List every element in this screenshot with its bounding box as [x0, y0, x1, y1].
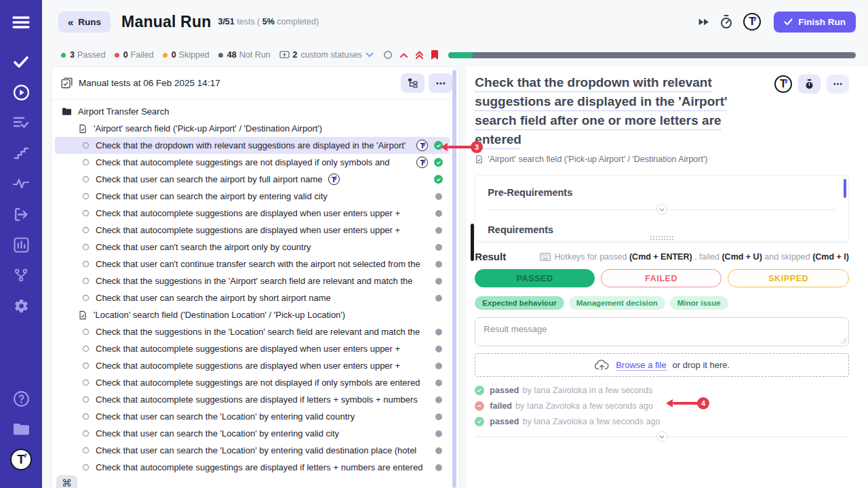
tree-scrollbar[interactable] [452, 70, 456, 488]
drag-handle[interactable] [650, 235, 674, 240]
test-bullet-icon [82, 430, 90, 437]
test-bullet-icon [82, 142, 90, 149]
tree-header: Manual tests at 06 Feb 2025 14:17 [52, 67, 459, 100]
finish-run-label: Finish Run [798, 17, 846, 27]
description-scrollbar[interactable] [844, 179, 846, 198]
result-heading: Result [475, 251, 506, 262]
result-tag[interactable]: Expected behaviour [475, 296, 564, 310]
browse-file-link[interactable]: Browse a file [616, 360, 666, 371]
tree-item-label: Check that autocomplete suggestions are … [96, 208, 400, 218]
description-card: Pre-Requirements Requirements [475, 175, 849, 242]
app-root: T « Runs Manual Run 3/51 tests ( 5% comp… [0, 0, 868, 488]
status-notrun-icon [435, 227, 442, 234]
tree-item-label: Check that autocomplete suggestions are … [96, 344, 400, 354]
custom-statuses-toggle[interactable]: 2 custom statuses [279, 50, 374, 60]
tree-item-label: Check that autocomplete suggestions are … [96, 394, 418, 405]
arrow-head-icon [441, 143, 448, 151]
tree-item-test[interactable]: Check that autocomplete suggestions are … [55, 205, 450, 222]
tree-item-test[interactable]: Check that autocomplete suggestions are … [55, 357, 450, 374]
play-circle-icon[interactable] [9, 81, 33, 104]
tree-item-doc[interactable]: 'Airport' search field ('Pick-up Airport… [55, 120, 450, 137]
test-more-button[interactable] [827, 75, 849, 94]
check-icon[interactable] [9, 50, 33, 73]
tree-item-test[interactable]: Check that autocomplete suggestions are … [55, 222, 450, 239]
fast-forward-icon[interactable] [698, 18, 709, 26]
tree-view-button[interactable] [401, 73, 425, 93]
steps-icon[interactable] [9, 142, 33, 165]
status-notrun-icon [435, 464, 442, 471]
resize-grip-icon[interactable] [841, 338, 847, 344]
back-to-runs-button[interactable]: « Runs [58, 12, 111, 33]
tree-item-test[interactable]: Check that autocomplete suggestings are … [55, 154, 450, 171]
tree-item-test[interactable]: Check that user can't search the airport… [55, 239, 450, 256]
tree-item-test[interactable]: Check that autocomplete suggestions are … [55, 391, 450, 408]
tree-more-button[interactable] [429, 73, 452, 93]
file-drop-zone[interactable]: Browse a file or drop it here. [475, 353, 849, 377]
analytics-icon[interactable] [9, 233, 33, 256]
history-entry: passedby Iana Zavoloka in a few seconds [475, 386, 849, 395]
suite-file-icon [78, 124, 87, 134]
breadcrumb[interactable]: 'Airport' search field ('Pick-up Airport… [475, 155, 849, 164]
tree-item-folder[interactable]: Airport Transfer Search [55, 103, 450, 120]
section-collapse-toggle[interactable] [656, 204, 667, 215]
projects-folder-icon[interactable] [9, 418, 33, 441]
folder-icon [62, 106, 72, 117]
finish-run-button[interactable]: Finish Run [774, 12, 856, 33]
result-message-input[interactable] [475, 317, 849, 346]
circle-status-icon[interactable] [383, 50, 393, 60]
activity-icon[interactable] [9, 172, 33, 195]
branch-icon[interactable] [9, 264, 33, 287]
tree-item-test[interactable]: Check that user can search the airport b… [55, 171, 450, 188]
command-key-button[interactable]: ⌘ [56, 475, 77, 488]
test-timer-button[interactable] [798, 75, 821, 94]
tree-item-test[interactable]: Check that user can search the 'Location… [55, 442, 450, 459]
result-skipped-button[interactable]: SKIPPED [728, 269, 849, 287]
finish-check-icon [784, 18, 793, 26]
main-area: « Runs Manual Run 3/51 tests ( 5% comple… [42, 0, 868, 488]
progress-bar [448, 52, 856, 58]
tree-item-test-selected[interactable]: Check that the dropdown with relevant su… [55, 137, 450, 154]
history-collapse-toggle[interactable] [656, 431, 667, 442]
status-notrun-icon [435, 329, 442, 336]
tree-item-test[interactable]: Check that user can't continue transfer … [55, 256, 450, 272]
list-check-icon[interactable] [9, 111, 33, 134]
tree-item-test[interactable]: Check that the suggestions in the 'Airpo… [55, 272, 450, 289]
tree-item-label: Check that user can search the 'Location… [96, 428, 339, 439]
back-to-runs-label: Runs [78, 17, 101, 27]
testomatio-logo[interactable]: T [9, 448, 33, 471]
double-chevron-up-icon[interactable] [415, 50, 424, 60]
help-icon[interactable] [9, 387, 33, 410]
import-icon[interactable] [9, 203, 33, 226]
tree-item-test[interactable]: Check that user can search the 'Location… [55, 408, 450, 425]
detail-scrollbar[interactable] [471, 224, 474, 261]
test-bullet-icon [82, 413, 90, 420]
menu-icon[interactable] [9, 11, 33, 34]
result-tag[interactable]: Management decision [569, 296, 665, 310]
tree-item-test[interactable]: Check that autocomplete suggestings are … [55, 374, 450, 391]
result-failed-button[interactable]: FAILED [601, 269, 722, 287]
tree-item-test[interactable]: Check that autocomplete suggestions are … [55, 340, 450, 357]
tree-item-doc[interactable]: 'Location' search field ('Destination Lo… [55, 306, 450, 323]
tree-item-test[interactable]: Check that user can search the 'Location… [55, 425, 450, 442]
test-logo-icon[interactable]: T [774, 75, 792, 93]
tree-item-test[interactable]: Check that user can search the airport b… [55, 188, 450, 205]
run-checklist-icon [61, 77, 73, 89]
status-notrun-icon [435, 244, 442, 251]
chevron-up-icon[interactable] [399, 52, 408, 58]
account-logo-icon[interactable]: T [743, 13, 761, 30]
status-passed-icon [434, 158, 443, 167]
result-passed-button[interactable]: PASSED [475, 269, 595, 287]
tree-item-label: Airport Transfer Search [78, 106, 169, 117]
stopwatch-icon [805, 79, 814, 89]
timer-icon[interactable] [719, 14, 733, 29]
status-notrun-icon [435, 396, 442, 403]
bookmark-icon[interactable] [431, 49, 439, 60]
cloud-upload-icon [594, 359, 610, 371]
history-entry: passedby Iana Zavoloka a few seconds ago [475, 417, 849, 426]
test-title[interactable]: Check that the dropdown with relevant su… [475, 73, 774, 149]
tree-item-test[interactable]: Check that autocomplete suggestings are … [55, 459, 450, 476]
tree-item-test[interactable]: Check that the suggestions in the 'Locat… [55, 323, 450, 340]
result-tag[interactable]: Minor issue [670, 296, 728, 310]
tree-item-test[interactable]: Check that user can search the airport b… [55, 289, 450, 306]
settings-gear-icon[interactable] [9, 294, 33, 317]
